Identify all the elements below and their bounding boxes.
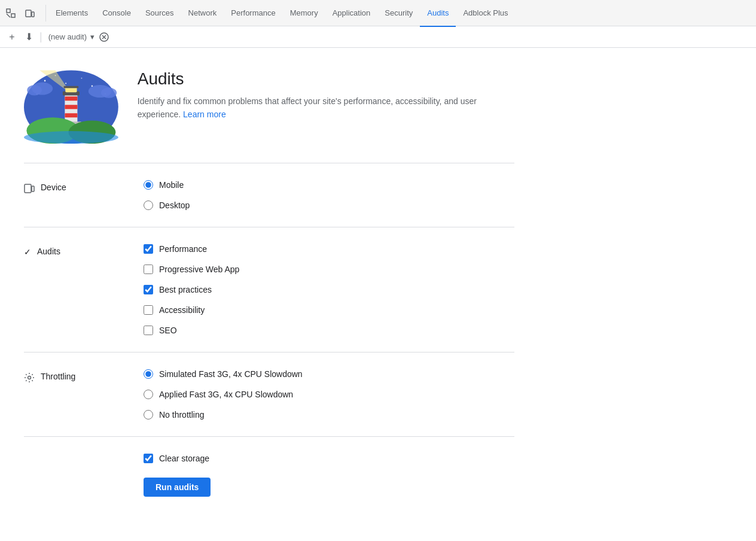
- tab-network[interactable]: Network: [181, 1, 224, 27]
- tab-audits[interactable]: Audits: [420, 1, 456, 27]
- simulated-3g-label: Simulated Fast 3G, 4x CPU Slowdown: [159, 369, 303, 379]
- main-tabs: Elements Console Sources Network Perform…: [48, 0, 516, 26]
- header-description: Identify and fix common problems that af…: [138, 95, 514, 121]
- desktop-option[interactable]: Desktop: [144, 200, 190, 210]
- page-title: Audits: [138, 69, 514, 89]
- svg-rect-25: [65, 113, 77, 117]
- svg-point-14: [102, 75, 103, 76]
- mobile-option[interactable]: Mobile: [144, 180, 190, 190]
- seo-checkbox[interactable]: [144, 326, 153, 335]
- header-section: Audits Identify and fix common problems …: [24, 60, 514, 144]
- throttling-label-text: Throttling: [41, 372, 75, 381]
- second-bar: + ⬇ | (new audit) ▾: [0, 26, 756, 48]
- device-label: Device: [24, 180, 120, 210]
- no-throttling-option[interactable]: No throttling: [144, 410, 303, 420]
- clear-storage-option[interactable]: Clear storage: [144, 454, 514, 463]
- mobile-label: Mobile: [159, 180, 184, 190]
- header-text: Audits Identify and fix common problems …: [138, 60, 514, 121]
- seo-option[interactable]: SEO: [144, 326, 239, 335]
- throttling-section: Throttling Simulated Fast 3G, 4x CPU Slo…: [24, 352, 514, 436]
- tab-application[interactable]: Application: [325, 1, 378, 27]
- svg-point-9: [44, 80, 46, 82]
- device-toolbar-button[interactable]: [22, 5, 38, 22]
- accessibility-option[interactable]: Accessibility: [144, 305, 239, 315]
- simulated-3g-radio[interactable]: [144, 369, 153, 379]
- throttling-options: Simulated Fast 3G, 4x CPU Slowdown Appli…: [144, 369, 303, 420]
- learn-more-link[interactable]: Learn more: [183, 110, 226, 119]
- svg-point-20: [101, 87, 117, 98]
- tab-memory[interactable]: Memory: [283, 1, 325, 27]
- main-content: Audits Identify and fix common problems …: [0, 48, 538, 525]
- clear-storage-checkbox[interactable]: [144, 454, 153, 463]
- device-section: Device Mobile Desktop: [24, 163, 514, 227]
- desktop-radio[interactable]: [144, 200, 153, 210]
- accessibility-label: Accessibility: [159, 305, 205, 315]
- svg-line-2: [7, 14, 10, 17]
- audits-label: ✓ Audits: [24, 244, 120, 335]
- svg-rect-0: [7, 9, 10, 13]
- throttling-label: Throttling: [24, 369, 120, 420]
- svg-rect-23: [65, 96, 77, 101]
- seo-label: SEO: [159, 326, 177, 335]
- desktop-label: Desktop: [159, 200, 190, 210]
- lighthouse-illustration: [24, 60, 118, 144]
- svg-point-11: [65, 83, 66, 84]
- tab-security[interactable]: Security: [377, 1, 420, 27]
- dropdown-arrow[interactable]: ▾: [90, 32, 94, 41]
- svg-point-12: [81, 78, 83, 79]
- run-audits-button[interactable]: Run audits: [144, 478, 211, 497]
- svg-rect-3: [26, 10, 31, 17]
- svg-rect-28: [64, 86, 79, 89]
- accessibility-checkbox[interactable]: [144, 305, 153, 315]
- svg-rect-4: [32, 12, 34, 17]
- performance-option[interactable]: Performance: [144, 244, 239, 254]
- pwa-checkbox[interactable]: [144, 265, 153, 274]
- best-practices-checkbox[interactable]: [144, 285, 153, 294]
- toolbar-divider: [45, 5, 46, 22]
- audits-checkmark: ✓: [24, 247, 31, 257]
- tab-elements[interactable]: Elements: [48, 1, 95, 27]
- svg-rect-1: [11, 14, 15, 17]
- applied-3g-label: Applied Fast 3G, 4x CPU Slowdown: [159, 390, 293, 399]
- audit-select-label[interactable]: (new audit): [46, 31, 89, 42]
- tab-sources[interactable]: Sources: [138, 1, 181, 27]
- tab-console[interactable]: Console: [95, 1, 138, 27]
- device-options: Mobile Desktop: [144, 180, 190, 210]
- device-label-text: Device: [41, 183, 66, 192]
- applied-3g-radio[interactable]: [144, 390, 153, 399]
- applied-3g-option[interactable]: Applied Fast 3G, 4x CPU Slowdown: [144, 390, 303, 399]
- mobile-radio[interactable]: [144, 180, 153, 190]
- pwa-option[interactable]: Progressive Web App: [144, 265, 239, 274]
- no-throttling-label: No throttling: [159, 410, 204, 420]
- clear-storage-label: Clear storage: [159, 454, 209, 463]
- performance-label: Performance: [159, 244, 207, 254]
- no-throttling-radio[interactable]: [144, 410, 153, 420]
- tab-performance[interactable]: Performance: [224, 1, 282, 27]
- inspect-element-button[interactable]: [2, 5, 19, 22]
- gear-icon: [24, 372, 35, 385]
- pwa-label: Progressive Web App: [159, 265, 239, 274]
- device-icon: [24, 183, 35, 196]
- audit-select-container: (new audit) ▾: [46, 31, 94, 42]
- top-bar: Elements Console Sources Network Perform…: [0, 0, 756, 26]
- stop-button[interactable]: [97, 30, 111, 44]
- audits-section: ✓ Audits Performance Progressive Web App…: [24, 227, 514, 352]
- run-audits-section: Clear storage Run audits: [24, 436, 514, 513]
- best-practices-label: Best practices: [159, 285, 212, 294]
- add-audit-button[interactable]: +: [5, 30, 19, 44]
- svg-point-35: [28, 376, 31, 379]
- audits-label-text: Audits: [37, 247, 60, 256]
- tab-adblock[interactable]: Adblock Plus: [456, 1, 515, 27]
- devtools-icons: [2, 5, 38, 22]
- performance-checkbox[interactable]: [144, 244, 153, 254]
- svg-rect-24: [65, 105, 77, 109]
- svg-rect-34: [32, 186, 34, 192]
- svg-point-18: [27, 85, 42, 96]
- audits-options: Performance Progressive Web App Best pra…: [144, 244, 239, 335]
- best-practices-option[interactable]: Best practices: [144, 285, 239, 294]
- download-button[interactable]: ⬇: [22, 30, 36, 44]
- simulated-3g-option[interactable]: Simulated Fast 3G, 4x CPU Slowdown: [144, 369, 303, 379]
- svg-rect-33: [25, 184, 31, 193]
- svg-point-32: [24, 131, 118, 144]
